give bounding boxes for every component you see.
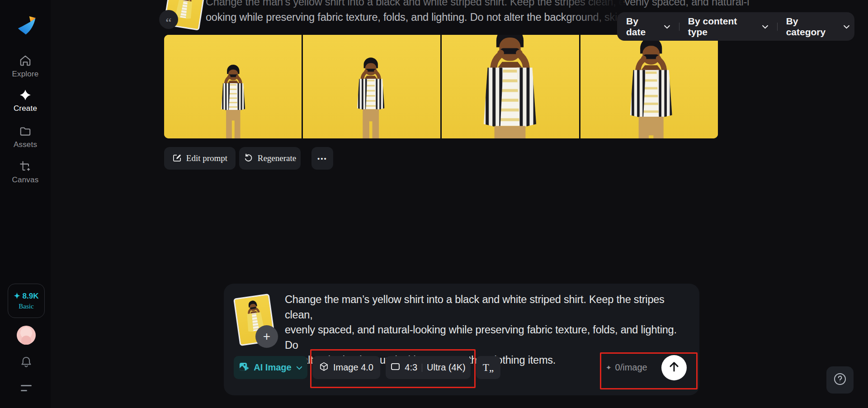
chevron-down-icon	[664, 23, 670, 31]
generate-submit-button[interactable]	[661, 355, 687, 380]
text-style-button[interactable]: T„	[476, 356, 500, 379]
divider	[422, 364, 422, 372]
model-label: Image 4.0	[333, 362, 373, 373]
arrow-up-icon	[667, 360, 681, 375]
home-icon	[19, 54, 32, 67]
filter-by-category[interactable]: By category	[786, 16, 850, 38]
sidebar-item-create[interactable]: Create	[0, 89, 51, 113]
generated-image-grid	[164, 35, 718, 138]
ratio-value: 4:3	[405, 362, 417, 373]
sparkle-icon	[19, 89, 32, 101]
regenerate-button[interactable]: Regenerate	[239, 147, 301, 170]
credits-badge[interactable]: ✦ 8.9K Basic	[8, 284, 45, 318]
sidebar-item-label: Explore	[0, 70, 51, 79]
generation-cost: ✦ 0/image	[606, 356, 647, 379]
divider	[777, 23, 778, 31]
sidebar-item-label: Create	[0, 104, 51, 113]
notifications-bell-icon[interactable]	[19, 356, 33, 369]
quality-value: Ultra (4K)	[427, 362, 466, 373]
chevron-down-icon	[762, 23, 769, 31]
generated-image-4[interactable]	[580, 35, 718, 138]
model-chip[interactable]: Image 4.0	[312, 356, 380, 379]
sidebar-item-label: Assets	[0, 140, 51, 149]
edit-prompt-button[interactable]: Edit prompt	[164, 147, 236, 170]
add-reference-button[interactable]: +	[255, 325, 278, 348]
dreamina-logo[interactable]	[16, 15, 37, 36]
collapse-menu-icon[interactable]	[21, 385, 32, 392]
folder-icon	[19, 125, 32, 138]
dreamina-app: Explore Create Assets Canvas ✦ 8.9K Basi…	[0, 0, 868, 408]
filter-by-date[interactable]: By date	[626, 16, 670, 38]
canvas-icon	[19, 160, 32, 173]
generated-image-2[interactable]	[303, 35, 440, 138]
plan-label: Basic	[19, 303, 33, 310]
filter-bar: By date By content type By category	[617, 12, 854, 41]
chevron-down-icon	[843, 23, 850, 31]
help-button[interactable]	[826, 366, 854, 394]
credits-star-icon: ✦	[606, 364, 612, 372]
prompt-composer: + Change the man’s yellow shirt into a b…	[224, 284, 699, 395]
ellipsis-icon: •••	[317, 155, 327, 162]
quote-icon: “	[159, 10, 178, 29]
cube-icon	[319, 362, 329, 374]
ai-image-icon	[239, 361, 249, 374]
question-mark-icon	[833, 372, 847, 388]
filter-by-content-type[interactable]: By content type	[688, 16, 769, 38]
mode-label: AI Image	[254, 362, 291, 373]
regenerate-label: Regenerate	[258, 153, 296, 163]
credits-amount: ✦ 8.9K	[14, 291, 39, 301]
aspect-ratio-icon	[391, 362, 400, 373]
text-fade	[561, 0, 624, 27]
prompt-line: evenly spaced, and natural-looking while…	[285, 323, 683, 353]
format-chip[interactable]: 4:3 Ultra (4K)	[386, 356, 471, 379]
sidebar-item-explore[interactable]: Explore	[0, 54, 51, 79]
history-prompt-line1: Change the man’s yellow shirt into a bla…	[206, 0, 749, 8]
prompt-line: Change the man’s yellow shirt into a bla…	[285, 292, 683, 323]
generated-image-1[interactable]	[164, 35, 302, 138]
sidebar-item-assets[interactable]: Assets	[0, 125, 51, 149]
generated-image-3[interactable]	[442, 35, 579, 138]
sidebar-item-canvas[interactable]: Canvas	[0, 160, 51, 185]
text-quote-icon: T„	[483, 362, 494, 374]
sidebar-item-label: Canvas	[0, 176, 51, 185]
cost-label: 0/image	[615, 362, 647, 373]
regenerate-icon	[244, 153, 253, 164]
edit-icon	[172, 153, 182, 164]
user-avatar[interactable]	[17, 326, 36, 345]
divider	[679, 23, 679, 31]
edit-prompt-label: Edit prompt	[186, 153, 227, 163]
mode-selector-dropdown[interactable]: AI Image	[234, 356, 307, 379]
more-options-button[interactable]: •••	[311, 147, 333, 170]
chevron-down-icon	[296, 364, 302, 372]
